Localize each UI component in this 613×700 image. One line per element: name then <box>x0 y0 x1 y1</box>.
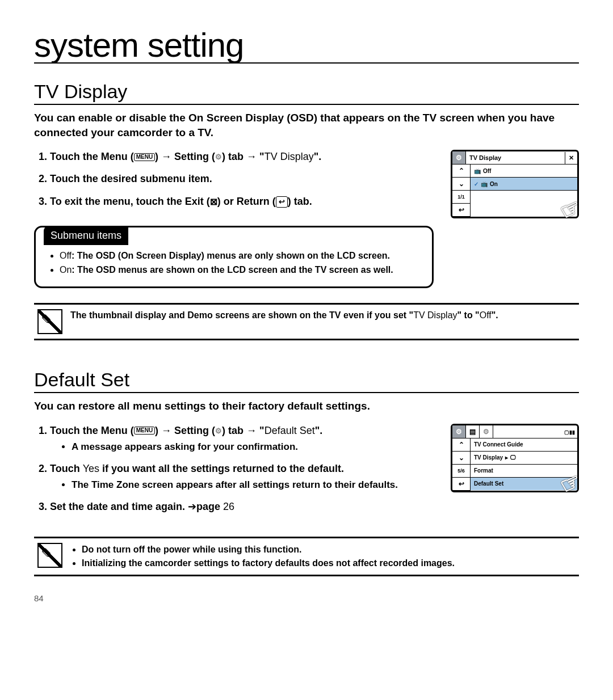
step-2: Touch the desired submenu item. <box>50 172 434 186</box>
step-2: Touch Yes if you want all the settings r… <box>50 462 434 492</box>
submenu-title: Submenu items <box>44 226 128 245</box>
battery-icon <box>562 428 577 435</box>
menu-icon: MENU <box>134 427 155 435</box>
ui-page: 1/1 <box>452 191 471 204</box>
ui-exit <box>565 152 577 164</box>
note-icon <box>37 309 62 334</box>
ui-row-on: On <box>471 178 577 191</box>
ui-tab-gear <box>452 425 466 438</box>
submenu-off: Off: The OSD (On Screen Display) menus a… <box>60 250 418 262</box>
note-2: Initializing the camcorder settings to f… <box>82 556 455 570</box>
gear-icon <box>215 425 222 436</box>
section-tv-display: TV Display <box>34 81 579 105</box>
tv-icon <box>481 181 488 187</box>
step-1: Touch the Menu (MENU) → Setting () tab →… <box>50 150 434 164</box>
check-icon <box>474 181 478 187</box>
gear-icon <box>215 151 222 162</box>
tv-display-screenshot: TV Display 1/1 Off On <box>451 150 579 218</box>
ui-page: 5/6 <box>452 465 471 478</box>
menu-icon: MENU <box>134 153 155 161</box>
note-1: Do not turn off the power while using th… <box>82 543 455 556</box>
tv-display-note: The thumbnail display and Demo screens a… <box>34 303 579 340</box>
default-set-steps: Touch the Menu (MENU) → Setting () tab →… <box>34 424 434 514</box>
arrow-icon: → <box>246 151 257 162</box>
ui-down <box>452 452 471 465</box>
submenu-on: On: The OSD menus are shown on the LCD s… <box>60 264 418 276</box>
ui-return <box>452 478 471 491</box>
tv-display-intro: You can enable or disable the On Screen … <box>34 111 579 140</box>
step-1: Touch the Menu (MENU) → Setting () tab →… <box>50 424 434 454</box>
page-number: 84 <box>34 593 579 603</box>
arrow-icon: → <box>161 151 171 162</box>
ui-down <box>452 178 471 191</box>
ui-tab-list <box>466 425 480 438</box>
tv-display-steps: Touch the Menu (MENU) → Setting () tab →… <box>34 150 434 209</box>
step-3: Set the date and time again. ➔page 26 <box>50 500 434 514</box>
default-set-screenshot: 5/6 TV Connect Guide TV Display Format D… <box>451 424 579 492</box>
ui-up <box>452 438 471 452</box>
tv-icon <box>474 168 481 174</box>
ui-return <box>452 204 471 217</box>
ui-tab-gear <box>452 151 466 164</box>
arrow-icon: → <box>161 425 171 436</box>
ui-row-off: Off <box>471 165 577 178</box>
submenu-items-box: Submenu items Off: The OSD (On Screen Di… <box>34 226 434 288</box>
step-2-sub: The Time Zone screen appears after all s… <box>72 478 434 492</box>
default-set-intro: You can restore all menu settings to the… <box>34 399 579 414</box>
tv-icon <box>510 454 516 461</box>
default-set-note: Do not turn off the power while using th… <box>34 537 579 576</box>
step-1-sub: A message appears asking for your confir… <box>72 440 434 454</box>
ui-row-tvconnect: TV Connect Guide <box>471 438 577 452</box>
section-default-set: Default Set <box>34 369 579 393</box>
ui-tab-gear2 <box>480 425 493 438</box>
chevron-icon <box>505 454 508 461</box>
ui-title: TV Display <box>466 152 565 163</box>
return-icon <box>276 196 288 208</box>
ui-row-tvdisplay: TV Display <box>471 452 577 465</box>
chapter-title: system setting <box>34 28 579 64</box>
ui-up <box>452 165 471 178</box>
arrow-xref-icon: ➔ <box>188 501 196 512</box>
exit-icon <box>210 196 217 207</box>
note-icon <box>37 543 62 568</box>
step-3: To exit the menu, touch the Exit () or R… <box>50 195 434 209</box>
arrow-icon: → <box>246 425 257 436</box>
